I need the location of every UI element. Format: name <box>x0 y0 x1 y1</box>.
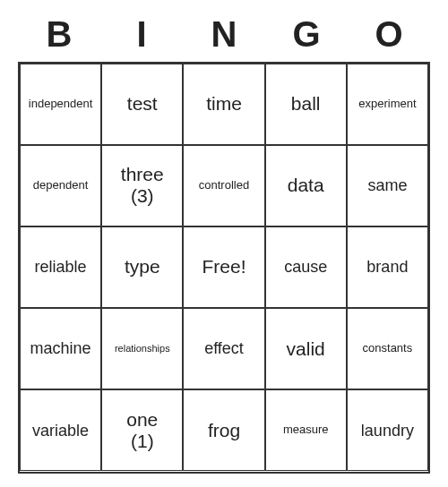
bingo-cell[interactable]: variable <box>20 389 101 471</box>
bingo-cell[interactable]: machine <box>20 308 101 389</box>
bingo-cell[interactable]: frog <box>183 389 264 471</box>
bingo-cell[interactable]: laundry <box>347 389 428 471</box>
bingo-cell[interactable]: independent <box>20 64 101 145</box>
bingo-grid: independenttesttimeballexperimentdepende… <box>18 62 430 474</box>
header-letter-o: O <box>348 14 430 55</box>
bingo-cell[interactable]: one (1) <box>101 389 183 471</box>
bingo-cell[interactable]: data <box>265 145 347 226</box>
bingo-cell[interactable]: dependent <box>20 145 101 226</box>
bingo-cell[interactable]: cause <box>265 226 347 308</box>
bingo-cell[interactable]: three (3) <box>101 145 183 226</box>
bingo-cell[interactable]: reliable <box>20 226 101 308</box>
bingo-cell[interactable]: relationships <box>101 308 183 389</box>
bingo-cell[interactable]: test <box>101 64 183 145</box>
bingo-cell[interactable]: valid <box>265 308 347 389</box>
bingo-cell[interactable]: ball <box>265 64 347 145</box>
header-letter-n: N <box>183 14 265 55</box>
header-letter-b: B <box>18 14 100 55</box>
bingo-cell[interactable]: measure <box>265 389 347 471</box>
bingo-cell[interactable]: same <box>347 145 428 226</box>
bingo-cell[interactable]: effect <box>183 308 264 389</box>
bingo-cell[interactable]: time <box>183 64 264 145</box>
bingo-cell[interactable]: constants <box>347 308 428 389</box>
bingo-cell[interactable]: experiment <box>347 64 428 145</box>
bingo-header: B I N G O <box>18 14 430 55</box>
bingo-card: B I N G O independenttesttimeballexperim… <box>18 14 430 474</box>
header-letter-g: G <box>265 14 348 55</box>
bingo-cell[interactable]: type <box>101 226 183 308</box>
bingo-cell[interactable]: brand <box>347 226 428 308</box>
header-letter-i: I <box>100 14 183 55</box>
bingo-cell[interactable]: controlled <box>183 145 264 226</box>
bingo-cell[interactable]: Free! <box>183 226 264 308</box>
